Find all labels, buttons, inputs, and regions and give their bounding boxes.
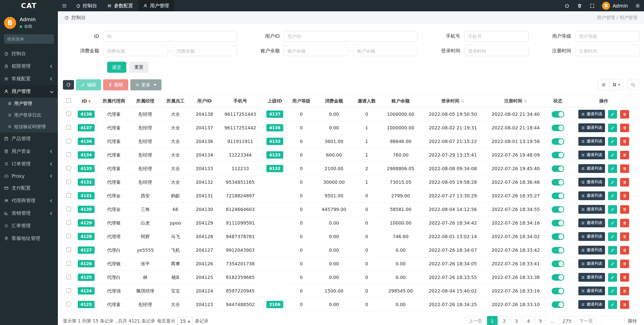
status-toggle[interactable] [552, 125, 564, 131]
table-search-button[interactable] [627, 80, 639, 90]
edit-row-button[interactable] [608, 219, 617, 227]
settings-icon-button[interactable] [631, 0, 644, 11]
jump-page-input[interactable] [601, 316, 624, 325]
invite-list-button[interactable]: 邀请列表 [578, 273, 605, 282]
edit-row-button[interactable] [608, 124, 617, 132]
row-checkbox[interactable] [66, 179, 71, 184]
delete-row-button[interactable] [620, 192, 629, 200]
col-header-staff[interactable]: 所属员工 [161, 95, 190, 107]
invite-list-button[interactable]: 邀请列表 [578, 259, 605, 268]
delete-row-button[interactable] [620, 124, 629, 132]
delete-row-button[interactable] [620, 178, 629, 187]
sidebar-item[interactable]: 控制台 [0, 47, 58, 60]
status-toggle[interactable] [552, 152, 564, 158]
invite-list-button[interactable]: 邀请列表 [578, 151, 605, 159]
row-checkbox[interactable] [66, 234, 71, 238]
level-input[interactable] [575, 31, 639, 42]
delete-row-button[interactable] [620, 246, 629, 255]
delete-button[interactable]: 删除 [103, 79, 128, 90]
sidebar-item[interactable]: 常规配置 [0, 73, 58, 85]
list-view-button[interactable] [598, 80, 610, 90]
sidebar-item[interactable]: 代理商管理 [0, 194, 58, 207]
sidebar-item[interactable]: 用户资金 [0, 145, 58, 158]
col-header-parent-id[interactable]: 上级ID [262, 95, 288, 107]
sidebar-item[interactable]: 营销管理 [0, 207, 58, 220]
status-toggle[interactable] [552, 111, 564, 118]
delete-row-button[interactable] [620, 110, 629, 119]
delete-row-button[interactable] [620, 232, 629, 241]
page-button[interactable]: 4 [523, 316, 534, 325]
page-button[interactable]: 275 [559, 316, 575, 325]
edit-button[interactable]: 编辑 [76, 79, 101, 90]
edit-row-button[interactable] [608, 151, 617, 159]
col-header-reg-time[interactable]: 注册时间⇅ [484, 95, 547, 107]
next-page-button[interactable]: 下一页 [576, 316, 596, 325]
consume-max-input[interactable] [173, 46, 237, 56]
reset-button[interactable]: 重置 [129, 62, 148, 73]
edit-row-button[interactable] [608, 246, 617, 255]
nav-item-console[interactable]: 控制台 [71, 0, 102, 11]
row-checkbox[interactable] [66, 261, 71, 266]
page-button[interactable]: 5 [535, 316, 546, 325]
delete-row-button[interactable] [620, 300, 629, 309]
sidebar-item[interactable]: 汇率管理 [0, 220, 58, 232]
edit-row-button[interactable] [608, 137, 617, 146]
delete-row-button[interactable] [620, 205, 629, 214]
col-header-actions[interactable]: 操作 [569, 95, 639, 107]
col-header-phone[interactable]: 手机号 [219, 95, 262, 107]
reg-time-input[interactable] [575, 46, 639, 56]
fullscreen-icon-button[interactable] [586, 0, 598, 11]
row-checkbox[interactable] [66, 247, 71, 252]
sidebar-item[interactable]: 订单管理 [0, 158, 58, 170]
row-checkbox[interactable] [66, 112, 71, 116]
invite-list-button[interactable]: 邀请列表 [578, 164, 605, 173]
row-checkbox[interactable] [66, 166, 71, 170]
col-header-id[interactable]: ID▼ [74, 95, 98, 107]
edit-row-button[interactable] [608, 192, 617, 200]
sidebar-item[interactable]: 产品管理 [0, 132, 58, 145]
jump-button[interactable]: 跳转 [626, 316, 639, 325]
page-button[interactable]: 2 [499, 316, 510, 325]
per-page-select[interactable]: 15 ▲ [177, 317, 193, 325]
delete-row-button[interactable] [620, 137, 629, 146]
status-toggle[interactable] [552, 138, 564, 145]
delete-row-button[interactable] [620, 151, 629, 159]
row-checkbox[interactable] [66, 193, 71, 198]
edit-row-button[interactable] [608, 287, 617, 295]
sidebar-item[interactable]: Proxy [0, 170, 58, 182]
delete-row-button[interactable] [620, 260, 629, 268]
phone-input[interactable] [464, 31, 529, 42]
page-button[interactable]: 1 [487, 316, 498, 325]
edit-row-button[interactable] [608, 300, 617, 309]
status-toggle[interactable] [552, 288, 564, 294]
sidebar-item[interactable]: 客服地址管理 [0, 232, 58, 245]
col-header-status[interactable]: 状态 [547, 95, 569, 107]
sidebar-subitem[interactable]: 用户登录日志 [0, 109, 58, 121]
invite-list-button[interactable]: 邀请列表 [578, 191, 605, 200]
menu-search-input[interactable] [4, 34, 54, 44]
col-header-user-id[interactable]: 用户ID [190, 95, 219, 107]
row-checkbox[interactable] [66, 152, 71, 157]
status-toggle[interactable] [552, 179, 564, 186]
row-checkbox[interactable] [66, 139, 71, 143]
invite-list-button[interactable]: 邀请列表 [578, 123, 605, 132]
home-icon-button[interactable] [561, 0, 573, 11]
delete-row-button[interactable] [620, 273, 629, 282]
page-button[interactable]: 3 [511, 316, 522, 325]
sidebar-item[interactable]: 支付配置 [0, 182, 58, 194]
edit-row-button[interactable] [608, 178, 617, 187]
row-checkbox[interactable] [66, 220, 71, 225]
status-toggle[interactable] [552, 220, 564, 226]
status-toggle[interactable] [552, 206, 564, 213]
nav-item-params[interactable]: 参数配置 [102, 0, 138, 11]
id-input[interactable] [103, 31, 237, 42]
select-all-checkbox[interactable] [66, 98, 71, 103]
row-checkbox[interactable] [66, 302, 71, 306]
status-toggle[interactable] [552, 193, 564, 199]
col-header-level[interactable]: 用户等级 [288, 95, 314, 107]
col-header-consume[interactable]: 消费金额 [314, 95, 353, 107]
edit-row-button[interactable] [608, 205, 617, 214]
trash-icon-button[interactable] [573, 0, 586, 11]
invite-list-button[interactable]: 邀请列表 [578, 286, 605, 295]
invite-list-button[interactable]: 邀请列表 [578, 300, 605, 309]
